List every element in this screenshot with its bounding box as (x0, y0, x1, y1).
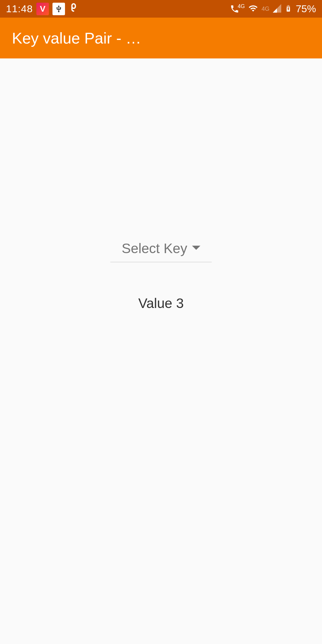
status-left: 11:48 V (6, 2, 79, 15)
status-time: 11:48 (6, 3, 33, 15)
spinner-container: Select Key Value 3 (110, 240, 212, 311)
phone-4g-icon: 4G (230, 4, 245, 14)
spinner-label: Select Key (122, 240, 187, 256)
v-app-icon: V (36, 3, 49, 15)
status-bar: 11:48 V 4G 4G 75% (0, 0, 322, 18)
value-display: Value 3 (138, 295, 184, 311)
app-bar: Key value Pair - … (0, 18, 322, 58)
wifi-icon (247, 4, 259, 14)
network-4g-label: 4G (261, 5, 270, 12)
chevron-down-icon (192, 245, 200, 252)
content-area: Select Key Value 3 (0, 58, 322, 644)
status-right: 4G 4G 75% (230, 3, 316, 15)
battery-charging-icon (284, 3, 292, 15)
battery-percentage: 75% (296, 3, 316, 15)
select-key-spinner[interactable]: Select Key (110, 240, 212, 262)
p-app-icon (69, 2, 79, 15)
signal-icon (272, 3, 282, 15)
usb-icon (52, 3, 65, 15)
app-title: Key value Pair - … (12, 29, 141, 47)
